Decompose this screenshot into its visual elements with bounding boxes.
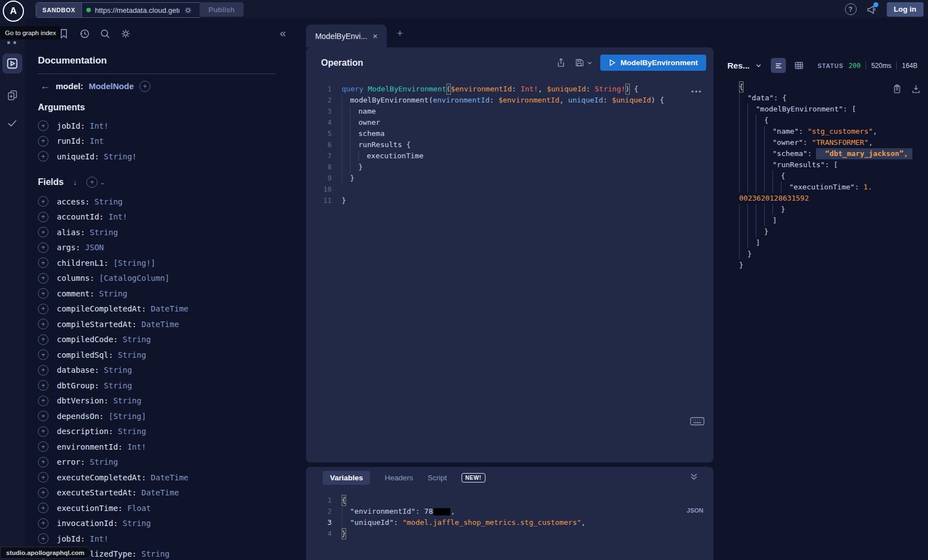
add-field-icon[interactable]: + xyxy=(38,488,48,498)
code-line[interactable]: "schema": “dbt_mary_jackson”, xyxy=(739,148,923,159)
sidebar-item-explorer[interactable] xyxy=(2,53,22,74)
argument-row[interactable]: + runId: Int xyxy=(38,134,137,149)
code-line[interactable]: { xyxy=(739,115,923,126)
variables-editor[interactable]: 1{2"environmentId": 78,3"uniqueId": "mod… xyxy=(306,495,713,539)
field-row[interactable]: +description: String xyxy=(38,424,188,440)
code-line[interactable]: } xyxy=(739,249,923,260)
code-line[interactable]: } xyxy=(739,204,923,215)
add-field-icon[interactable]: + xyxy=(38,304,48,314)
add-field-icon[interactable]: + xyxy=(38,196,48,207)
add-field-icon[interactable]: + xyxy=(38,365,48,376)
code-line[interactable]: 2modelByEnvironment(environmentId: $envi… xyxy=(306,95,713,106)
new-tab-icon[interactable]: + xyxy=(397,27,403,40)
add-field-icon[interactable]: + xyxy=(38,441,48,452)
run-operation-button[interactable]: ModelByEnvironment xyxy=(600,55,706,71)
add-type-icon[interactable]: + xyxy=(139,81,150,92)
field-row[interactable]: +jobId: Int! xyxy=(38,531,188,547)
field-row[interactable]: +access: String xyxy=(38,194,188,210)
field-row[interactable]: +columns: [CatalogColumn] xyxy=(38,271,188,286)
add-field-icon[interactable]: + xyxy=(38,319,48,329)
add-field-icon[interactable]: + xyxy=(38,503,48,513)
apollo-logo[interactable]: A xyxy=(3,1,24,22)
code-line[interactable]: 1query ModelByEnvironment($environmentId… xyxy=(306,84,713,95)
field-row[interactable]: +compileStartedAt: DateTime xyxy=(38,316,188,332)
response-viewer[interactable]: {"data": {"modelByEnvironment": [{"name"… xyxy=(739,81,923,271)
code-line[interactable]: 4} xyxy=(306,528,713,539)
share-icon[interactable] xyxy=(556,57,566,68)
field-row[interactable]: +args: JSON xyxy=(38,240,188,256)
code-line[interactable]: 5schema xyxy=(306,128,713,139)
code-line[interactable]: "data": { xyxy=(739,92,923,104)
sidebar-item-checklist[interactable] xyxy=(7,118,18,129)
close-tab-icon[interactable]: × xyxy=(373,31,378,41)
code-line[interactable]: "name": "stg_customers", xyxy=(739,126,923,137)
code-line[interactable]: 8} xyxy=(306,162,713,173)
code-line[interactable]: 11} xyxy=(306,195,713,206)
add-field-icon[interactable]: + xyxy=(38,212,48,222)
code-line[interactable]: 3name xyxy=(306,106,713,117)
field-row[interactable]: +alias: String xyxy=(38,225,188,240)
code-line[interactable]: { xyxy=(739,81,923,92)
view-raw-toggle[interactable] xyxy=(771,58,786,73)
settings-gear-icon[interactable] xyxy=(120,28,132,40)
sidebar-item-sandboxes[interactable] xyxy=(7,89,18,100)
code-line[interactable]: 1{ xyxy=(306,495,713,506)
code-line[interactable]: 10 xyxy=(306,184,713,195)
code-line[interactable]: 3"uniqueId": "model.jaffle_shop_metrics.… xyxy=(306,517,713,528)
add-field-icon[interactable]: + xyxy=(38,533,48,544)
add-field-icon[interactable]: + xyxy=(38,120,48,131)
add-field-icon[interactable]: + xyxy=(38,242,48,253)
code-line[interactable]: { xyxy=(739,171,923,182)
back-arrow-icon[interactable]: ← xyxy=(40,80,50,92)
endpoint-settings-gear-icon[interactable] xyxy=(183,6,193,15)
code-line[interactable]: 6runResults { xyxy=(306,139,713,150)
code-line[interactable]: 2"environmentId": 78, xyxy=(306,506,713,517)
code-line[interactable]: ] xyxy=(739,237,923,249)
add-field-icon[interactable]: + xyxy=(38,472,48,483)
doc-type-value[interactable]: ModelNode xyxy=(89,81,134,91)
field-row[interactable]: +database: String xyxy=(38,363,188,378)
add-field-icon[interactable]: + xyxy=(38,380,48,391)
tab-operation[interactable]: ModelByEnvi... × xyxy=(306,25,387,47)
argument-row[interactable]: + jobId: Int! xyxy=(38,118,137,134)
field-row[interactable]: +invocationId: String xyxy=(38,516,188,532)
field-row[interactable]: +environmentId: Int! xyxy=(38,439,188,455)
code-line[interactable]: } xyxy=(739,260,923,271)
code-line[interactable]: 4owner xyxy=(306,117,713,128)
add-field-icon[interactable]: + xyxy=(38,273,48,284)
history-icon[interactable] xyxy=(79,28,90,40)
add-all-fields-button[interactable]: + ⌄ xyxy=(86,177,105,188)
code-line[interactable]: "modelByEnvironment": [ xyxy=(739,104,923,115)
add-field-icon[interactable]: + xyxy=(38,411,48,421)
add-field-icon[interactable]: + xyxy=(38,349,48,360)
add-field-icon[interactable]: + xyxy=(38,227,48,237)
operation-editor[interactable]: 1query ModelByEnvironment($environmentId… xyxy=(306,84,713,206)
add-field-icon[interactable]: + xyxy=(38,334,48,345)
keyboard-shortcuts-icon[interactable] xyxy=(690,417,704,426)
tab-headers[interactable]: Headers xyxy=(385,471,413,485)
add-field-icon[interactable]: + xyxy=(38,151,48,162)
endpoint-url-text[interactable]: https://metadata.cloud.getd xyxy=(95,6,179,14)
publish-button[interactable]: Publish xyxy=(200,2,244,17)
field-row[interactable]: +comment: String xyxy=(38,286,188,301)
tab-script[interactable]: Script xyxy=(427,471,447,485)
add-field-icon[interactable]: + xyxy=(38,457,48,468)
save-menu[interactable] xyxy=(574,57,592,68)
endpoint-url-input[interactable]: https://metadata.cloud.getd xyxy=(82,3,201,17)
field-row[interactable]: +executionTime: Float xyxy=(38,500,188,516)
help-icon[interactable]: ? xyxy=(845,3,857,15)
field-row[interactable]: +executeStartedAt: DateTime xyxy=(38,485,188,501)
add-field-icon[interactable]: + xyxy=(38,136,48,147)
field-row[interactable]: +error: String xyxy=(38,455,188,470)
field-row[interactable]: +accountId: Int! xyxy=(38,210,188,225)
argument-row[interactable]: + uniqueId: String! xyxy=(38,149,137,164)
search-icon[interactable] xyxy=(99,28,111,40)
add-field-icon[interactable]: + xyxy=(38,257,48,268)
field-row[interactable]: +executeCompletedAt: DateTime xyxy=(38,470,188,485)
field-row[interactable]: +compiledCode: String xyxy=(38,332,188,348)
code-line[interactable]: } xyxy=(739,226,923,237)
add-field-icon[interactable]: + xyxy=(38,426,48,437)
code-line[interactable]: ] xyxy=(739,215,923,226)
announcements-megaphone-icon[interactable] xyxy=(866,4,877,15)
chevron-down-icon[interactable] xyxy=(587,60,592,66)
